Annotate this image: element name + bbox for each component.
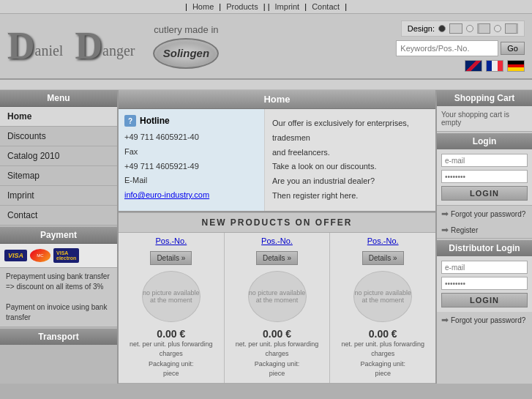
product-1-image: no picture available at the moment	[142, 271, 201, 322]
top-nav: | Home | Products | | Imprint | Contact …	[0, 0, 532, 14]
products-grid: Pos.-No. Details » no picture available …	[119, 233, 435, 384]
center-content: Home ? Hotline +49 711 4605921-40 Fax +4…	[117, 90, 437, 384]
arrow-icon: ➡	[441, 209, 449, 219]
logo-d2: D	[75, 27, 102, 65]
product-col-1: Pos.-No. Details » no picture available …	[119, 233, 225, 383]
nav-products[interactable]: Products	[226, 2, 258, 11]
register-link[interactable]: ➡ Register	[437, 222, 532, 239]
register-label: Register	[451, 226, 478, 234]
new-products-header: NEW PRODUCTS ON OFFER	[119, 212, 435, 233]
right-sidebar: Shopping Cart Your shopping cart is empt…	[437, 90, 532, 384]
hotline-details: +49 711 4605921-40 Fax +49 711 4605921-4…	[124, 130, 258, 203]
product-3-details-btn[interactable]: Details »	[362, 251, 404, 265]
cart-header: Shopping Cart	[437, 90, 532, 106]
distributor-login-header: Distributor Login	[437, 240, 532, 256]
register-arrow-icon: ➡	[441, 225, 449, 235]
design-label: Design:	[408, 24, 435, 33]
offer-text-5: Then register right here.	[272, 191, 358, 200]
product-col-2: Pos.-No. Details » no picture available …	[225, 233, 331, 383]
left-sidebar: Menu Home Discounts Catalog 2010 Sitemap…	[0, 90, 117, 384]
product-2-image: no picture available at the moment	[248, 271, 307, 322]
offer-box: Our offer is exclusively for enterprises…	[265, 109, 435, 211]
dist-forgot-link[interactable]: ➡ Forgot your password?	[437, 312, 532, 328]
cutlery-text: cutlery made in	[153, 24, 219, 35]
search-button[interactable]: Go	[501, 42, 525, 55]
design-bar: Design:	[401, 20, 525, 37]
dist-forgot-label: Forgot your password?	[451, 316, 525, 324]
breadcrumb-bar	[0, 80, 532, 90]
search-input[interactable]	[396, 40, 498, 56]
flag-de[interactable]	[507, 60, 525, 72]
login-email-input[interactable]	[441, 154, 528, 167]
dist-arrow-icon: ➡	[441, 315, 449, 325]
sidebar-item-imprint[interactable]: Imprint	[0, 186, 117, 206]
product-3-pos[interactable]: Pos.-No.	[367, 236, 399, 245]
hotline-label: Hotline	[140, 116, 170, 126]
menu-header: Menu	[0, 90, 117, 107]
design-radio-1[interactable]	[438, 25, 446, 32]
offer-text-3: Take a look on our discounts.	[272, 162, 376, 171]
solingen-badge: Solingen	[153, 38, 219, 69]
sidebar-item-discounts[interactable]: Discounts	[0, 127, 117, 146]
nav-home[interactable]: Home	[192, 2, 214, 11]
design-radio-2[interactable]	[466, 25, 473, 32]
info-icon: ?	[124, 115, 136, 127]
product-2-details-btn[interactable]: Details »	[256, 251, 298, 265]
hotline-box: ? Hotline +49 711 4605921-40 Fax +49 711…	[119, 109, 265, 211]
visa-electron-icon: VISAelectron	[53, 248, 79, 263]
design-icon-2[interactable]	[477, 23, 490, 34]
nav-imprint[interactable]: Imprint	[275, 2, 300, 11]
visa-card-icon: VISA	[4, 250, 27, 261]
sidebar-item-sitemap[interactable]: Sitemap	[0, 166, 117, 186]
fax-label: Fax	[124, 147, 138, 156]
flag-uk[interactable]	[465, 60, 482, 72]
payment-text-1: Prepayment using bank transfer => discou…	[6, 272, 111, 292]
logo-daniel: aniel	[35, 42, 64, 65]
design-radio-3[interactable]	[494, 25, 501, 32]
product-3-price-sub: net. per unit. plus forwarding charges P…	[334, 340, 432, 379]
forgot-label: Forgot your password?	[451, 210, 525, 218]
header-controls: Design: Go	[396, 20, 525, 72]
product-1-price-sub: net. per unit. plus forwarding charges P…	[122, 340, 220, 379]
forgot-password-link[interactable]: ➡ Forgot your password?	[437, 206, 532, 222]
product-1-details-btn[interactable]: Details »	[150, 251, 192, 265]
flag-fr[interactable]	[486, 60, 503, 72]
sidebar-item-home[interactable]: Home	[0, 107, 117, 127]
product-1-pos[interactable]: Pos.-No.	[155, 236, 187, 245]
design-icon-1[interactable]	[449, 23, 462, 34]
distributor-login-body: LOGIN	[437, 256, 532, 312]
offer-text-2: and freelancers.	[272, 148, 330, 157]
product-2-price-sub: net. per unit. plus forwarding charges P…	[228, 340, 326, 379]
email-link[interactable]: info@euro-industry.com	[124, 190, 209, 199]
mastercard-icon: MC	[30, 249, 50, 262]
hotline-phone: +49 711 4605921-40	[124, 133, 199, 141]
login-body: LOGIN	[437, 149, 532, 206]
cart-body: Your shopping cart is empty	[437, 106, 532, 132]
sidebar-item-catalog[interactable]: Catalog 2010	[0, 146, 117, 166]
login-password-input[interactable]	[441, 170, 528, 183]
hotline-title: ? Hotline	[124, 115, 258, 127]
nav-contact[interactable]: Contact	[312, 2, 340, 11]
dist-password-input[interactable]	[441, 277, 528, 290]
product-3-image: no picture available at the moment	[353, 271, 412, 322]
login-header: Login	[437, 133, 532, 149]
design-icon-3[interactable]	[505, 23, 518, 34]
product-col-3: Pos.-No. Details » no picture available …	[330, 233, 435, 383]
offer-text-4: Are you an industrial dealer?	[272, 176, 375, 185]
logo-area: D aniel D anger cutlery made in Solingen	[7, 24, 396, 69]
logo-d1: D	[7, 27, 35, 65]
home-info-section: ? Hotline +49 711 4605921-40 Fax +49 711…	[119, 109, 435, 212]
login-button[interactable]: LOGIN	[441, 186, 528, 201]
fax-number: +49 711 4605921-49	[124, 162, 199, 171]
payment-cards: VISA MC VISAelectron	[0, 244, 117, 268]
sidebar-item-contact[interactable]: Contact	[0, 206, 117, 225]
product-2-pos[interactable]: Pos.-No.	[261, 236, 293, 245]
dist-email-input[interactable]	[441, 261, 528, 274]
dist-login-button[interactable]: LOGIN	[441, 293, 528, 307]
logo-anger: anger	[102, 42, 135, 65]
product-1-price: 0.00 €	[157, 328, 185, 340]
product-3-price: 0.00 €	[369, 328, 397, 340]
offer-text-1: Our offer is exclusively for enterprises…	[272, 119, 409, 142]
payment-header: Payment	[0, 227, 117, 244]
header: D aniel D anger cutlery made in Solingen…	[0, 14, 532, 80]
